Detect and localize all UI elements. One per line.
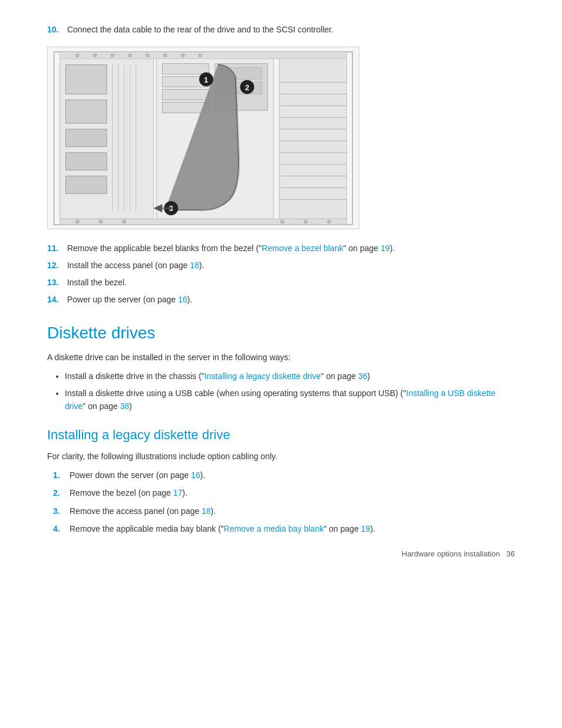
step-11-number: 11. xyxy=(47,242,65,255)
legacy-step-3-end: ). xyxy=(211,506,216,516)
step-14-number: 14. xyxy=(47,294,65,306)
legacy-step-4: 4. Remove the applicable media bay blank… xyxy=(53,522,515,535)
legacy-step-1: 1. Power down the server (on page 16). xyxy=(53,469,515,482)
svg-rect-6 xyxy=(66,153,107,170)
svg-point-38 xyxy=(146,54,150,57)
legacy-step-2-end: ). xyxy=(182,488,187,498)
svg-point-45 xyxy=(123,220,126,223)
step-12-number: 12. xyxy=(47,259,65,272)
legacy-step-3-content: Remove the access panel (on page 18). xyxy=(70,505,515,518)
step-14-text-before: Power up the server (on page xyxy=(67,295,178,304)
legacy-intro: For clarity, the following illustrations… xyxy=(47,450,515,463)
legacy-step-2: 2. Remove the bezel (on page 17). xyxy=(53,486,515,499)
step-11-text-end: ). xyxy=(390,243,395,253)
legacy-step-4-page[interactable]: 19 xyxy=(361,524,371,533)
svg-rect-33 xyxy=(60,52,347,59)
svg-point-39 xyxy=(163,54,167,57)
legacy-step-2-num: 2. xyxy=(53,486,70,499)
step-12: 12. Install the access panel (on page 18… xyxy=(47,259,515,272)
step-10-text: Connect the data cable to the rear of th… xyxy=(67,25,333,34)
bullet-1-end: ) xyxy=(367,371,370,381)
bullet-1-link[interactable]: Installing a legacy diskette drive xyxy=(204,371,321,381)
bullet-2-end: ) xyxy=(129,401,132,411)
legacy-step-2-content: Remove the bezel (on page 17). xyxy=(70,486,515,499)
legacy-step-3-page[interactable]: 18 xyxy=(201,506,211,516)
step-14-text-end: ). xyxy=(187,295,193,304)
bullet-item-1: Install a diskette drive in the chassis … xyxy=(65,370,515,383)
diagram-svg: 1 2 3 xyxy=(48,47,359,229)
step-10: 10. Connect the data cable to the rear o… xyxy=(47,24,515,36)
page-content: 10. Connect the data cable to the rear o… xyxy=(0,0,562,576)
section-diskette-title: Diskette drives xyxy=(47,324,515,342)
legacy-step-1-page[interactable]: 16 xyxy=(191,470,200,480)
svg-rect-5 xyxy=(66,129,107,147)
bullet-1-page[interactable]: 36 xyxy=(358,371,368,381)
legacy-step-3-before: Remove the access panel (on page xyxy=(70,506,201,516)
bullet-2-before: Install a diskette drive using a USB cab… xyxy=(65,388,406,398)
bullet-1-before: Install a diskette drive in the chassis … xyxy=(65,371,204,381)
legacy-step-1-num: 1. xyxy=(53,469,70,482)
svg-point-37 xyxy=(128,54,132,57)
step-11-text-after: " on page xyxy=(343,243,381,253)
legacy-step-2-before: Remove the bezel (on page xyxy=(70,488,173,498)
step-14: 14. Power up the server (on page 16). xyxy=(47,294,515,306)
legacy-steps: 1. Power down the server (on page 16). 2… xyxy=(53,469,515,536)
bullet-2-after: " on page xyxy=(82,401,120,411)
svg-point-36 xyxy=(111,54,114,57)
svg-rect-21 xyxy=(279,58,346,219)
bullet-item-2: Install a diskette drive using a USB cab… xyxy=(65,387,515,413)
legacy-step-4-end: ). xyxy=(370,524,375,533)
svg-point-44 xyxy=(99,220,103,223)
legacy-step-4-before: Remove the applicable media bay blank (" xyxy=(70,524,224,533)
svg-rect-3 xyxy=(66,65,107,94)
legacy-step-4-num: 4. xyxy=(53,522,70,535)
legacy-step-3: 3. Remove the access panel (on page 18). xyxy=(53,505,515,518)
legacy-step-2-page[interactable]: 17 xyxy=(173,488,183,498)
legacy-step-4-content: Remove the applicable media bay blank ("… xyxy=(70,522,515,535)
svg-point-47 xyxy=(304,220,308,223)
footer-text: Hardware options installation xyxy=(402,549,500,558)
legacy-step-4-after: " on page xyxy=(323,524,361,533)
step-11-link[interactable]: Remove a bezel blank xyxy=(262,243,343,253)
legacy-step-4-link[interactable]: Remove a media bay blank xyxy=(224,524,324,533)
footer-page: 36 xyxy=(507,549,515,558)
svg-point-46 xyxy=(280,220,284,223)
step-11-text-before: Remove the applicable bezel blanks from … xyxy=(67,243,262,253)
svg-point-40 xyxy=(181,54,184,57)
legacy-step-1-content: Power down the server (on page 16). xyxy=(70,469,515,482)
bullet-2-page[interactable]: 38 xyxy=(120,401,130,411)
svg-point-43 xyxy=(75,220,79,223)
legacy-step-1-before: Power down the server (on page xyxy=(70,470,191,480)
step-12-text-before: Install the access panel (on page xyxy=(67,261,190,270)
svg-point-41 xyxy=(199,54,202,57)
page-footer: Hardware options installation 36 xyxy=(402,549,515,558)
step-13-number: 13. xyxy=(47,276,65,289)
step-14-page[interactable]: 16 xyxy=(178,295,187,304)
subsection-legacy-title: Installing a legacy diskette drive xyxy=(47,427,515,443)
svg-rect-14 xyxy=(162,64,209,74)
step-13: 13. Install the bezel. xyxy=(47,276,515,289)
bullet-1-after: " on page xyxy=(321,371,358,381)
step-12-page[interactable]: 18 xyxy=(190,261,199,270)
legacy-step-1-end: ). xyxy=(200,470,206,480)
step-13-text: Install the bezel. xyxy=(67,278,127,287)
svg-rect-42 xyxy=(60,219,347,225)
diskette-intro: A diskette drive can be installed in the… xyxy=(47,351,515,364)
svg-point-48 xyxy=(328,220,331,223)
step-10-number: 10. xyxy=(47,24,65,36)
svg-point-34 xyxy=(75,54,79,57)
step-11: 11. Remove the applicable bezel blanks f… xyxy=(47,242,515,255)
step-11-page[interactable]: 19 xyxy=(381,243,390,253)
cable-diagram: 1 2 3 xyxy=(47,47,359,229)
legacy-step-3-num: 3. xyxy=(53,505,70,518)
svg-text:1: 1 xyxy=(204,75,208,84)
svg-rect-4 xyxy=(66,100,107,123)
svg-rect-7 xyxy=(66,176,107,194)
svg-point-35 xyxy=(93,54,97,57)
diskette-bullet-list: Install a diskette drive in the chassis … xyxy=(65,370,515,413)
svg-rect-16 xyxy=(162,90,209,100)
step-12-text-end: ). xyxy=(199,261,204,270)
svg-text:2: 2 xyxy=(245,83,249,92)
